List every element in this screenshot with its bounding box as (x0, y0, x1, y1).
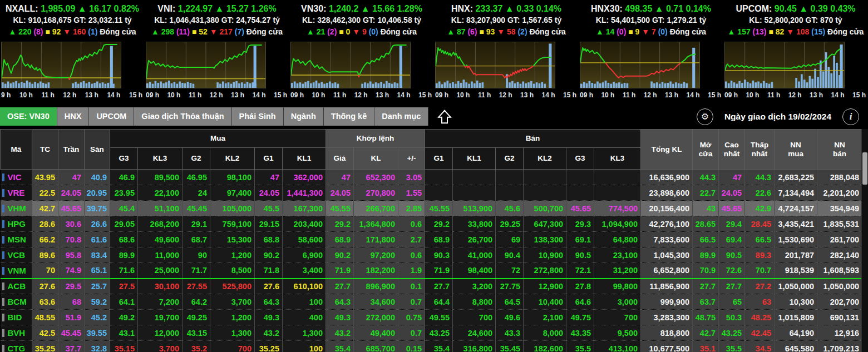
table-row-vcb[interactable]: VCB89.695.883.489.911,000901,20090.26,90… (1, 247, 862, 263)
tab-th-ng-k-[interactable]: Thống kê (324, 107, 374, 126)
cell-change[interactable]: 0.7 (398, 294, 425, 310)
cell-ban-kl3[interactable]: 64,800 (594, 232, 641, 247)
cell-ban-g1[interactable]: 35.4 (425, 341, 453, 352)
cell-ban-g3[interactable]: 45.65 (566, 201, 594, 216)
cell-tong-kl[interactable]: 1,045,300 (641, 247, 693, 263)
table-row-vre[interactable]: VRE22.524.0520.9523.9522,1002497,40024.0… (1, 185, 862, 201)
cell-mua-g2[interactable]: 43.15 (183, 325, 210, 341)
cell-ban-g1[interactable]: 45.55 (425, 201, 453, 216)
cell-ban-kl3[interactable]: 413,100 (594, 341, 641, 352)
cell-ban-g2[interactable] (496, 185, 524, 201)
cell-mua-g2[interactable]: 64.2 (183, 294, 210, 310)
cell-mua-kl1[interactable]: 3,400 (283, 263, 326, 279)
cell-mua-g3[interactable]: 71.6 (110, 263, 138, 279)
cell-tc[interactable]: 28.6 (32, 216, 58, 232)
cell-nn-mua[interactable]: 645,580 (775, 341, 817, 352)
cell-tong-kl[interactable]: 3,283,300 (641, 310, 693, 325)
cell-mua-kl2[interactable]: 98,100 (210, 170, 255, 185)
cell-ban-kl2[interactable]: 8,000 (524, 325, 566, 341)
cell-tc[interactable]: 63.6 (32, 294, 58, 310)
cell-symbol[interactable]: MSN (1, 232, 32, 247)
cell-nn-ban[interactable]: 261,700 (817, 232, 862, 247)
cell-nn-mua[interactable]: 10,300 (775, 294, 817, 310)
cell-ban-g2[interactable]: 35.45 (496, 341, 524, 352)
index-chart-vn30[interactable] (290, 42, 411, 88)
cell-kl[interactable]: 49,400 (354, 325, 398, 341)
info-icon[interactable]: i (842, 108, 859, 125)
cell-mua-kl1[interactable]: 100 (283, 341, 326, 352)
cell-ban-kl1[interactable]: 98,400 (453, 263, 496, 279)
cell-mo-cua[interactable]: 44.3 (693, 170, 719, 185)
cell-ban-g1[interactable]: 90.3 (425, 247, 453, 263)
cell-ban-g1[interactable]: 29.2 (425, 216, 453, 232)
cell-mua-g1[interactable]: 71.8 (255, 263, 283, 279)
cell-ban-g3[interactable]: 35.5 (566, 341, 594, 352)
cell-change[interactable]: 2.7 (398, 232, 425, 247)
cell-symbol[interactable]: ACB (1, 279, 32, 294)
cell-ban-g1[interactable] (425, 170, 453, 185)
cell-gia[interactable]: 47 (326, 170, 354, 185)
cell-gia[interactable]: 29.2 (326, 216, 354, 232)
cell-nn-ban[interactable]: 282,140 (817, 247, 862, 263)
cell-ban-g3[interactable]: 69.1 (566, 232, 594, 247)
cell-ban-kl3[interactable]: 31,200 (594, 263, 641, 279)
cell-change[interactable]: 0.7 (398, 325, 425, 341)
cell-cao-nhat[interactable]: 69.4 (719, 232, 745, 247)
cell-thap-nhat[interactable]: 22.6 (745, 185, 775, 201)
cell-tran[interactable]: 29.5 (58, 279, 85, 294)
tab-ph-i-sinh[interactable]: Phái Sinh (232, 107, 284, 126)
cell-cao-nhat[interactable]: 90.5 (719, 247, 745, 263)
cell-mua-g1[interactable]: 68.8 (255, 232, 283, 247)
cell-tran[interactable]: 37.7 (58, 341, 85, 352)
cell-change[interactable]: 0.6 (398, 247, 425, 263)
cell-mua-kl1[interactable]: 1,300 (283, 325, 326, 341)
cell-mua-g2[interactable]: 49.25 (183, 310, 210, 325)
cell-gia[interactable]: 68.9 (326, 232, 354, 247)
cell-nn-mua[interactable]: 201,787 (775, 247, 817, 263)
cell-ban-g1[interactable] (425, 185, 453, 201)
cell-mua-kl1[interactable]: 203,400 (283, 216, 326, 232)
cell-nn-ban[interactable]: 288,048 (817, 170, 862, 185)
cell-san[interactable]: 61.6 (85, 232, 110, 247)
cell-mua-kl1[interactable]: 6,900 (283, 247, 326, 263)
cell-san[interactable]: 20.95 (85, 185, 110, 201)
cell-thap-nhat[interactable]: 89.3 (745, 247, 775, 263)
cell-mua-kl1[interactable]: 167,300 (283, 201, 326, 216)
cell-mua-kl3[interactable]: 7,200 (138, 294, 183, 310)
cell-mua-g3[interactable]: 29.05 (110, 216, 138, 232)
cell-ban-kl3[interactable] (594, 185, 641, 201)
cell-mua-kl2[interactable]: 15,300 (210, 232, 255, 247)
cell-ban-kl2[interactable] (524, 185, 566, 201)
cell-mo-cua[interactable]: 66.5 (693, 232, 719, 247)
cell-kl[interactable]: 34,600 (354, 294, 398, 310)
cell-thap-nhat[interactable]: 48.25 (745, 310, 775, 325)
cell-san[interactable]: 65.1 (85, 263, 110, 279)
table-row-hpg[interactable]: HPG28.630.626.629.05268,20029.1759,10029… (1, 216, 862, 232)
cell-mua-kl2[interactable]: 700 (210, 341, 255, 352)
cell-cao-nhat[interactable]: 29.4 (719, 216, 745, 232)
cell-thap-nhat[interactable]: 63 (745, 294, 775, 310)
cell-ban-kl3[interactable]: 9,500 (594, 325, 641, 341)
cell-change[interactable]: 0.75 (398, 310, 425, 325)
cell-ban-kl3[interactable]: 99,800 (594, 279, 641, 294)
cell-san[interactable]: 25.7 (85, 279, 110, 294)
cell-san[interactable]: 59.2 (85, 294, 110, 310)
cell-mo-cua[interactable]: 63.7 (693, 294, 719, 310)
cell-mua-kl2[interactable]: 759,100 (210, 216, 255, 232)
tab-danh-m-c[interactable]: Danh mục (374, 107, 428, 126)
cell-tong-kl[interactable]: 23,898,600 (641, 185, 693, 201)
cell-san[interactable]: 39.75 (85, 201, 110, 216)
cell-mua-kl3[interactable]: 3,700 (138, 341, 183, 352)
cell-mua-g1[interactable]: 49.3 (255, 310, 283, 325)
cell-tran[interactable]: 45.45 (58, 325, 85, 341)
cell-ban-kl2[interactable]: 12,900 (524, 279, 566, 294)
cell-nn-ban[interactable]: 1,608,593 (817, 263, 862, 279)
cell-gia[interactable]: 90.2 (326, 247, 354, 263)
cell-symbol[interactable]: VIC (1, 170, 32, 185)
cell-mua-kl1[interactable]: 400 (283, 310, 326, 325)
cell-ban-kl1[interactable]: 700 (453, 310, 496, 325)
cell-thap-nhat[interactable]: 44.3 (745, 170, 775, 185)
cell-ban-kl1[interactable] (453, 185, 496, 201)
cell-mua-kl3[interactable]: 25,000 (138, 263, 183, 279)
index-chart-hnx30[interactable] (580, 42, 700, 88)
